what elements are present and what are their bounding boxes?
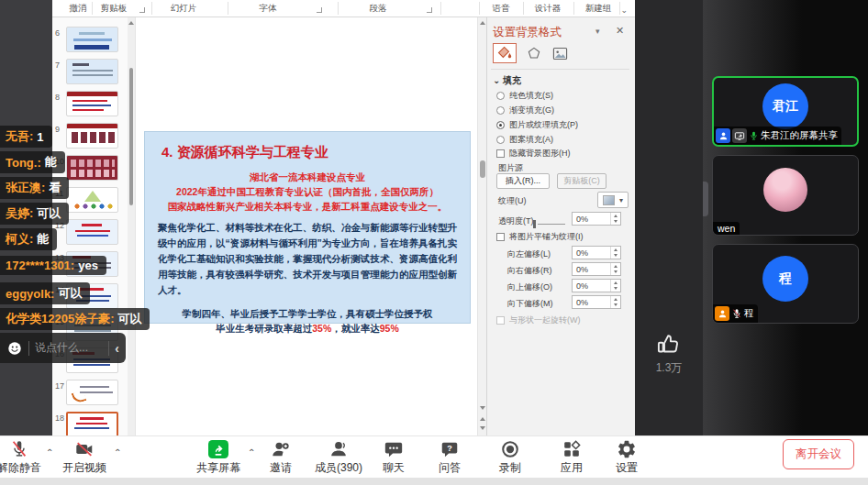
radio-gradient-fill[interactable]: 渐变填充(G) <box>496 105 554 116</box>
spinner-icon[interactable] <box>610 296 620 308</box>
chat-text: 可以 <box>58 285 82 302</box>
slide-thumbnail[interactable] <box>66 27 118 52</box>
chat-input-bar[interactable]: 说点什么... ‹ <box>0 333 126 363</box>
slide-thumbnail-selected[interactable] <box>66 412 118 435</box>
toolbar-members[interactable]: 成员(390) <box>315 439 362 476</box>
toolbar-qa[interactable]: ? 问答 <box>439 439 461 476</box>
participant-tile-sharing[interactable]: 君江 朱君江的屏幕共享 <box>712 76 859 147</box>
ribbon-group-designer: 设计器 <box>535 3 562 15</box>
paint-bucket-icon <box>496 45 513 61</box>
slide-thumbnail[interactable] <box>66 155 118 181</box>
participant-status-label: 朱君江的屏幕共享 <box>761 129 838 142</box>
slide-thumbnail[interactable] <box>66 187 118 213</box>
scroll-up-icon[interactable] <box>480 21 485 25</box>
participant-badge-icon <box>715 306 729 321</box>
slide-number: 17 <box>55 381 64 391</box>
offset-left-input[interactable]: 0% <box>572 246 621 259</box>
emoji-icon[interactable] <box>6 340 23 357</box>
chevron-up-icon[interactable]: ⌃ <box>46 447 53 457</box>
slide-number: 8 <box>55 93 60 102</box>
slide-thumbnail[interactable] <box>66 91 118 116</box>
offset-down-input[interactable]: 0% <box>572 295 621 309</box>
toolbar-label: 开启视频 <box>62 460 106 476</box>
dialog-launcher-icon[interactable] <box>139 7 145 13</box>
fill-section-header[interactable]: ⌄ 填充 <box>493 74 521 87</box>
meeting-background-strip: 1.3万 <box>635 0 703 435</box>
toolbar-chat[interactable]: 聊天 <box>383 439 405 476</box>
slide-thumbnail[interactable] <box>66 59 118 84</box>
toolbar-share-screen[interactable]: 共享屏幕 <box>196 439 240 476</box>
thumbnails-scrollbar[interactable] <box>128 17 135 435</box>
insert-picture-button[interactable]: 插入(R)... <box>496 173 550 189</box>
scroll-up-icon[interactable] <box>128 21 134 25</box>
like-widget[interactable]: 1.3万 <box>640 332 698 376</box>
spinner-icon[interactable] <box>610 213 620 225</box>
checkbox-label: 与形状一起旋转(W) <box>509 314 581 326</box>
chat-message: eggyolk:可以 <box>0 282 90 304</box>
slide-canvas[interactable]: 4. 资源循环科学与工程专业 湖北省一流本科建设点专业 2022年通过中国工程教… <box>136 17 477 435</box>
slide-thumbnail[interactable] <box>66 123 118 149</box>
toolbar-label: 共享屏幕 <box>196 460 240 476</box>
checkbox-label: 隐藏背景图形(H) <box>509 148 571 160</box>
chevron-up-icon[interactable]: ⌃ <box>114 447 121 457</box>
next-slide-icon[interactable] <box>480 426 485 430</box>
chat-message: Tong.:能 <box>0 151 65 173</box>
svg-text:?: ? <box>447 444 452 453</box>
offset-right-input[interactable]: 0% <box>572 262 621 276</box>
dialog-launcher-icon[interactable] <box>317 7 322 13</box>
chat-input-placeholder[interactable]: 说点什么... <box>35 340 103 356</box>
chat-collapse-icon[interactable]: ‹ <box>115 341 119 356</box>
toolbar-settings[interactable]: 设置 <box>616 439 638 476</box>
ribbon-group-undo: 撤消 <box>70 3 87 15</box>
dialog-launcher-icon[interactable] <box>427 7 432 13</box>
slide-thumbnail[interactable] <box>66 219 118 245</box>
ribbon-group-newgroup: 新建组 <box>585 3 612 15</box>
spinner-icon[interactable] <box>610 263 620 275</box>
texture-swatch-icon <box>603 195 615 205</box>
slide-thumbnail[interactable] <box>66 380 118 405</box>
scrollbar-thumb[interactable] <box>480 160 485 178</box>
chat-sender: eggyolk: <box>6 287 54 301</box>
previous-slide-icon[interactable] <box>480 417 485 421</box>
toolbar-invite[interactable]: 邀请 <box>270 439 292 476</box>
transparency-slider[interactable] <box>533 220 566 228</box>
sidebar-collapse-handle[interactable] <box>703 182 708 216</box>
picture-tab[interactable] <box>548 43 572 63</box>
radio-pattern-fill[interactable]: 图案填充(A) <box>496 134 553 146</box>
slider-handle[interactable] <box>533 220 536 228</box>
spinner-icon[interactable] <box>610 280 620 292</box>
fill-tab[interactable] <box>493 43 517 63</box>
radio-solid-fill[interactable]: 纯色填充(S) <box>496 90 553 102</box>
offset-up-input[interactable]: 0% <box>572 279 621 292</box>
host-badge-icon <box>716 128 730 143</box>
close-icon[interactable]: ✕ <box>616 25 624 37</box>
leave-meeting-button[interactable]: 离开会议 <box>783 439 854 469</box>
scroll-down-icon[interactable] <box>480 406 485 410</box>
ribbon-collapse-icon[interactable]: ⌄ <box>620 6 628 15</box>
toolbar-label: 问答 <box>439 460 461 476</box>
toolbar-apps[interactable]: 应用 <box>561 439 583 476</box>
avatar-photo <box>763 168 807 212</box>
radio-picture-fill[interactable]: 图片或纹理填充(P) <box>496 119 578 131</box>
chat-text: 1 <box>37 130 43 144</box>
texture-dropdown[interactable]: ▾ <box>597 192 629 208</box>
slide-number: 7 <box>55 61 60 70</box>
participant-tile[interactable]: wen <box>712 155 859 236</box>
toolbar-start-video[interactable]: 开启视频 <box>62 439 106 476</box>
panel-options-icon[interactable]: ▾ <box>595 27 600 36</box>
toolbar-unmute[interactable]: 解除静音 <box>0 439 41 476</box>
avatar: 君江 <box>762 83 808 129</box>
toolbar-record[interactable]: 录制 <box>499 439 521 476</box>
mic-muted-icon <box>9 439 29 459</box>
checkbox-tile-picture[interactable]: 将图片平铺为纹理(I) <box>496 231 584 243</box>
chevron-up-icon[interactable]: ⌃ <box>248 447 255 457</box>
scrollbar-thumb[interactable] <box>129 68 133 205</box>
slide-area-scrollbar[interactable] <box>477 17 486 435</box>
chat-text: 能 <box>37 231 49 248</box>
spinner-icon[interactable] <box>610 247 620 259</box>
transparency-input[interactable]: 0% <box>572 212 621 226</box>
checkbox-hide-background[interactable]: 隐藏背景图形(H) <box>496 148 571 160</box>
clipboard-button[interactable]: 剪贴板(C) <box>557 173 606 189</box>
effects-tab[interactable] <box>522 43 546 63</box>
participant-tile[interactable]: 程 程 <box>712 244 859 324</box>
